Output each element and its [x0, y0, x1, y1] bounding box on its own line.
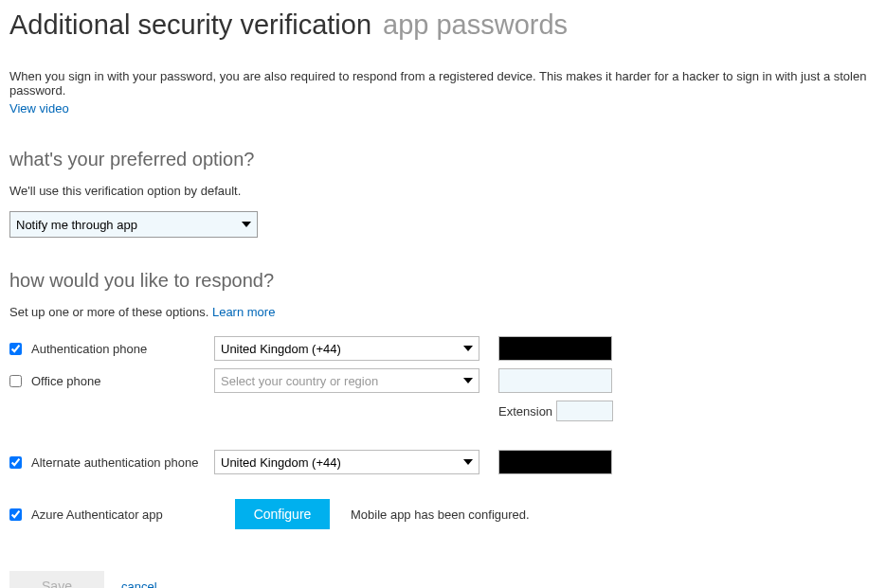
page-header: Additional security verification app pas… — [9, 9, 877, 41]
learn-more-link[interactable]: Learn more — [212, 305, 275, 319]
preferred-option-select[interactable]: Notify me through app — [9, 211, 258, 238]
office-phone-ext-input[interactable] — [556, 401, 613, 421]
view-video-link[interactable]: View video — [9, 101, 69, 116]
office-phone-ext-row: Extension — [498, 401, 612, 421]
spacer — [9, 429, 214, 442]
auth-phone-input[interactable] — [498, 336, 612, 361]
respond-desc: Set up one or more of these options. Lea… — [9, 305, 877, 319]
preferred-option-title: what's your preferred option? — [9, 149, 877, 170]
auth-phone-checkbox[interactable] — [9, 343, 22, 355]
spacer — [214, 429, 489, 442]
alt-phone-input[interactable] — [498, 450, 612, 474]
preferred-option-desc: We'll use this verification option by de… — [9, 184, 877, 198]
office-phone-checkbox[interactable] — [9, 375, 22, 387]
intro-text: When you sign in with your password, you… — [9, 69, 877, 98]
footer-actions: Save cancel — [9, 571, 877, 588]
authenticator-status: Mobile app has been configured. — [351, 508, 530, 522]
alt-phone-country-select[interactable]: United Kingdom (+44) — [214, 450, 479, 474]
office-phone-input-cell — [489, 368, 612, 393]
auth-phone-country-cell: United Kingdom (+44) — [214, 336, 489, 361]
office-phone-cell: Office phone — [9, 374, 214, 388]
auth-phone-cell: Authentication phone — [9, 342, 214, 356]
configure-button[interactable]: Configure — [235, 499, 330, 529]
alt-phone-label: Alternate authentication phone — [31, 455, 198, 470]
alt-phone-country-cell: United Kingdom (+44) — [214, 450, 489, 474]
respond-title: how would you like to respond? — [9, 270, 877, 292]
spacer — [489, 429, 612, 442]
auth-phone-country-select[interactable]: United Kingdom (+44) — [214, 336, 479, 361]
office-phone-country-cell: Select your country or region — [214, 368, 489, 393]
authenticator-checkbox[interactable] — [9, 508, 22, 521]
auth-phone-input-cell — [489, 336, 612, 361]
office-phone-ext-label: Extension — [498, 404, 552, 419]
office-phone-label: Office phone — [31, 374, 100, 388]
office-phone-country-select[interactable]: Select your country or region — [214, 368, 479, 393]
alt-phone-checkbox[interactable] — [9, 456, 22, 469]
options-grid: Authentication phone United Kingdom (+44… — [9, 336, 877, 474]
respond-desc-text: Set up one or more of these options. — [9, 305, 212, 319]
alt-phone-cell: Alternate authentication phone — [9, 455, 214, 470]
office-phone-input[interactable] — [498, 368, 612, 393]
auth-phone-label: Authentication phone — [31, 342, 147, 356]
page-subtitle: app passwords — [383, 9, 568, 41]
authenticator-label: Azure Authenticator app — [31, 508, 163, 522]
cancel-link[interactable]: cancel — [121, 579, 157, 589]
page-title: Additional security verification — [9, 9, 371, 41]
authenticator-cell: Azure Authenticator app — [9, 508, 190, 522]
save-button: Save — [9, 571, 104, 588]
authenticator-row: Azure Authenticator app Configure Mobile… — [9, 499, 877, 529]
alt-phone-input-cell — [489, 450, 612, 474]
